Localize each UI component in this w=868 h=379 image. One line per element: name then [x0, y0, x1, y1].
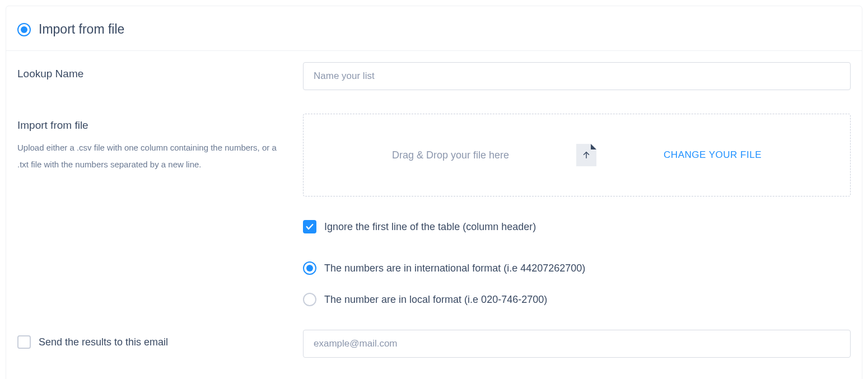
section-title: Import from file [39, 22, 124, 37]
change-file-link[interactable]: CHANGE YOUR FILE [664, 149, 762, 161]
format-international-radio[interactable] [303, 261, 316, 275]
send-email-checkbox[interactable] [17, 335, 31, 349]
lookup-name-label: Lookup Name [17, 68, 286, 80]
ignore-first-line-label: Ignore the first line of the table (colu… [324, 221, 536, 233]
import-file-label: Import from file [17, 119, 286, 132]
format-international-label: The numbers are in international format … [324, 263, 585, 274]
file-dropzone[interactable]: Drag & Drop your file here CHANGE YOUR F… [303, 114, 851, 196]
format-local-radio[interactable] [303, 293, 316, 306]
ignore-first-line-checkbox[interactable] [303, 220, 316, 233]
import-file-help: Upload either a .csv file with one colum… [17, 139, 286, 173]
import-from-file-radio[interactable] [17, 23, 31, 36]
results-email-input[interactable] [303, 330, 851, 358]
format-local-label: The number are in local format (i.e 020-… [324, 294, 547, 306]
section-header: Import from file [6, 6, 862, 51]
import-panel: Import from file Lookup Name Import from… [6, 6, 862, 379]
lookup-name-input[interactable] [303, 62, 851, 90]
upload-file-icon [576, 144, 596, 166]
send-email-label: Send the results to this email [39, 336, 168, 348]
dropzone-text: Drag & Drop your file here [392, 149, 509, 161]
